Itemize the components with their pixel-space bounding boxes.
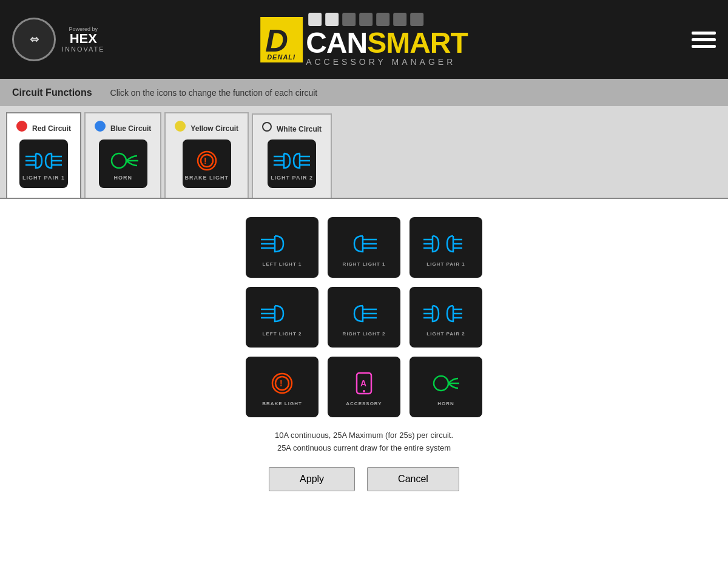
left-light-1-label: LEFT LIGHT 1 [263, 261, 302, 267]
yellow-circuit-icon-area: ! BRAKE LIGHT [183, 139, 231, 188]
hex-brand-sub: INNOVATE [62, 45, 105, 53]
hex-innovate-logo: ⇔ Powered by HEX INNOVATE [12, 18, 105, 61]
red-circuit-label: Red Circuit [32, 124, 71, 133]
white-circuit-function-label: LIGHT PAIR 2 [271, 175, 313, 181]
white-circuit-label: White Circuit [277, 125, 322, 133]
info-line-1: 10A continuous, 25A Maximum (for 25s) pe… [275, 429, 453, 442]
hamburger-line-2 [692, 38, 716, 41]
hex-circle: ⇔ [12, 18, 56, 61]
brake-light-label: BRAKE LIGHT [262, 401, 302, 406]
yellow-circuit-label: Yellow Circuit [190, 124, 238, 133]
horn-button[interactable]: HORN [410, 357, 482, 417]
right-light-2-label: RIGHT LIGHT 2 [343, 331, 386, 337]
tab-red-circuit[interactable]: Red Circuit [6, 112, 81, 199]
cancel-button[interactable]: Cancel [367, 467, 459, 491]
brake-light-button[interactable]: ! BRAKE LIGHT [246, 357, 318, 417]
svg-point-48 [363, 390, 365, 392]
red-dot [16, 121, 27, 132]
action-buttons: Apply Cancel [269, 467, 459, 491]
blue-circuit-label: Blue Circuit [110, 124, 151, 133]
svg-point-49 [434, 376, 448, 391]
red-circuit-function-label: LIGHT PAIR 1 [22, 175, 65, 181]
can-word: CAN [306, 26, 367, 59]
hamburger-line-1 [692, 32, 716, 35]
blue-dot [95, 121, 106, 132]
light-pair-2-label: LIGHT PAIR 2 [426, 331, 465, 337]
svg-point-11 [201, 155, 213, 167]
smart-word: SMART [367, 26, 468, 59]
yellow-dot [175, 121, 186, 132]
cansmart-logo: D DENALI CAN [260, 13, 468, 67]
light-pair-1-button[interactable]: LIGHT PAIR 1 [410, 217, 482, 278]
tab-blue-circuit[interactable]: Blue Circuit HORN [84, 112, 161, 198]
left-light-2-label: LEFT LIGHT 2 [263, 331, 302, 337]
squares-row [308, 13, 423, 26]
svg-point-9 [112, 153, 126, 168]
hex-arrows-icon: ⇔ [30, 33, 39, 46]
svg-text:!: ! [204, 156, 207, 166]
left-light-1-button[interactable]: LEFT LIGHT 1 [246, 217, 318, 278]
white-dot [262, 122, 272, 132]
circuit-tabs-section: Red Circuit [0, 106, 728, 198]
light-pair-2-button[interactable]: LIGHT PAIR 2 [410, 287, 482, 348]
hex-brand-name: HEX [62, 32, 105, 45]
apply-button[interactable]: Apply [269, 467, 355, 491]
accessory-manager-label: ACCESSORY MANAGER [306, 57, 468, 67]
horn-label: HORN [437, 401, 454, 406]
svg-text:A: A [360, 378, 366, 388]
tab-white-circuit[interactable]: White Circuit LIGHT PAIR 2 [252, 113, 332, 198]
tab-yellow-circuit[interactable]: Yellow Circuit ! BRAKE LIGHT [164, 112, 249, 198]
red-circuit-icon-area: LIGHT PAIR 1 [19, 139, 68, 188]
light-pair-1-label: LIGHT PAIR 1 [426, 261, 465, 267]
svg-text:!: ! [280, 378, 283, 388]
white-circuit-icon-area: LIGHT PAIR 2 [268, 139, 316, 188]
accessory-label: ACCESSORY [346, 401, 382, 406]
accessory-button[interactable]: A ACCESSORY [328, 357, 400, 417]
right-light-1-button[interactable]: RIGHT LIGHT 1 [328, 217, 400, 278]
right-light-2-button[interactable]: RIGHT LIGHT 2 [328, 287, 400, 348]
yellow-circuit-function-label: BRAKE LIGHT [184, 175, 229, 181]
header: ⇔ Powered by HEX INNOVATE D DENALI [0, 0, 728, 79]
icon-grid: LEFT LIGHT 1 RIGHT LIGHT 1 [246, 217, 482, 417]
right-light-1-label: RIGHT LIGHT 1 [343, 261, 386, 267]
blue-circuit-function-label: HORN [113, 175, 132, 181]
info-line-2: 25A continuous current draw for the enti… [275, 442, 453, 455]
circuit-functions-title: Circuit Functions [12, 87, 92, 98]
menu-button[interactable] [692, 32, 716, 48]
denali-logo: D DENALI [260, 17, 303, 62]
cansmart-text: CAN SMART ACCESSORY MANAGER [306, 13, 468, 67]
function-select-panel: LEFT LIGHT 1 RIGHT LIGHT 1 [0, 198, 728, 561]
circuit-functions-hint: Click on the icons to change the functio… [110, 88, 318, 98]
svg-text:DENALI: DENALI [267, 53, 295, 61]
hex-text: Powered by HEX INNOVATE [62, 26, 105, 53]
left-light-2-button[interactable]: LEFT LIGHT 2 [246, 287, 318, 348]
circuit-functions-bar: Circuit Functions Click on the icons to … [0, 79, 728, 106]
blue-circuit-icon-area: HORN [99, 139, 147, 188]
info-text: 10A continuous, 25A Maximum (for 25s) pe… [275, 429, 453, 455]
hamburger-line-3 [692, 45, 716, 48]
